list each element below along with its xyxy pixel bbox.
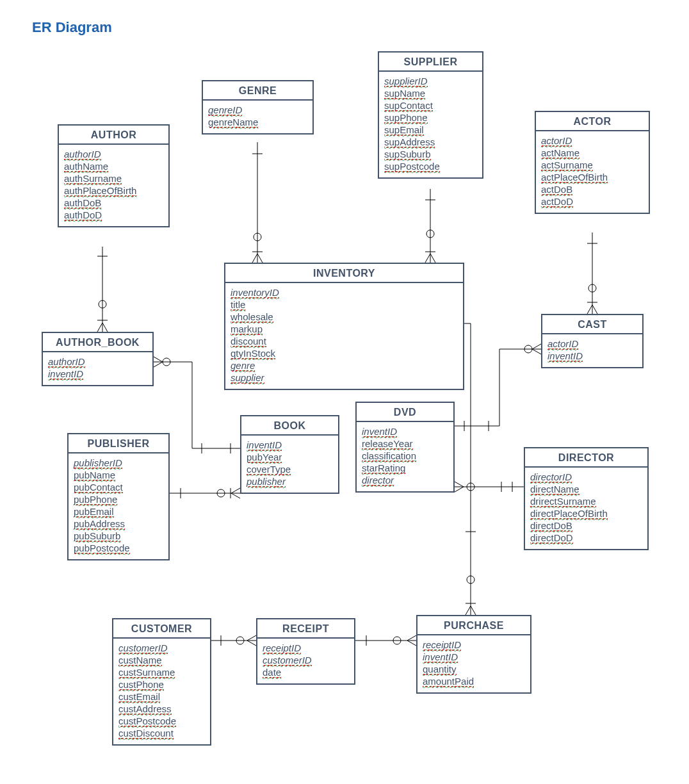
attribute: supPostcode [384,161,440,172]
svg-line-17 [252,254,257,263]
svg-line-10 [154,362,163,367]
entity-cast: CASTactorIDinventID [541,314,644,368]
attribute: qtyInStock [231,348,275,359]
entity-book: BOOKinventIDpubYearcoverTypepublisher [240,415,339,494]
attribute: authorID [64,149,101,160]
attribute: authDoD [64,209,102,221]
entity-header: INVENTORY [225,264,463,283]
attribute: custAddress [118,703,172,715]
svg-point-25 [426,230,434,238]
attribute: custPhone [118,679,164,690]
entity-header: ACTOR [536,112,649,131]
entity-customer: CUSTOMERcustomerIDcustNamecustSurnamecus… [112,618,211,746]
attribute: quantity [423,664,457,675]
attribute: pubName [74,470,115,481]
entity-dvd: DVDinventIDreleaseYearclassificationstar… [355,402,455,493]
attribute: pubAddress [74,518,125,530]
attribute: pubYear [247,452,282,463]
svg-point-11 [163,358,170,366]
attribute: customerID [118,642,168,654]
svg-point-49 [467,483,474,491]
entity-header: DIRECTOR [525,448,647,468]
attribute: inventID [247,439,282,451]
svg-line-4 [102,323,108,332]
attribute: actDoD [541,196,573,208]
attribute: supName [384,88,425,99]
attribute: receiptID [423,639,461,651]
attribute: genre [231,360,255,372]
attribute: date [263,667,281,678]
attribute: directName [530,484,580,495]
attribute: receiptID [263,642,301,654]
attribute: releaseYear [362,438,413,450]
attribute: authSurname [64,173,122,184]
svg-line-62 [247,641,256,646]
attribute: genreName [208,117,258,128]
attribute: authName [64,161,108,172]
entity-header: PUBLISHER [69,434,168,453]
entity-header: AUTHOR [59,126,168,145]
entity-header: GENRE [203,81,312,101]
attribute: custPostcode [118,715,176,727]
attribute: actSurname [541,159,593,171]
entity-supplier: SUPPLIERsupplierIDsupNamesupContactsupPh… [378,51,483,179]
attribute: supAddress [384,136,435,148]
svg-line-29 [587,305,592,314]
attribute: actPlaceOfBirth [541,172,608,183]
entity-publisher: PUBLISHERpublisherIDpubNamepubContactpub… [67,433,170,560]
attribute: supPhone [384,112,428,124]
attribute: title [231,299,245,311]
attribute: actDoB [541,184,572,195]
entity-header: CAST [542,315,642,334]
svg-line-24 [430,254,435,263]
entity-inventory: INVENTORYinventoryIDtitlewholesalemarkup… [224,263,464,390]
svg-point-31 [588,284,596,292]
entity-header: DVD [357,403,453,422]
svg-point-44 [217,489,225,497]
attribute: directorID [530,471,572,483]
attribute: supEmail [384,124,424,136]
attribute: wholesale [231,311,273,323]
entity-header: CUSTOMER [113,619,210,639]
attribute: directDoB [530,520,572,532]
svg-line-43 [231,493,240,498]
attribute: pubContact [74,482,123,493]
entity-author: AUTHORauthorIDauthNameauthSurnameauthPla… [58,124,170,227]
svg-line-67 [407,641,416,646]
svg-line-9 [154,357,163,362]
attribute: coverType [247,464,291,475]
svg-line-35 [532,344,541,349]
entity-director: DIRECTORdirectorIDdirectNamedrirectSurna… [524,447,649,550]
entity-actor: ACTORactorIDactNameactSurnameactPlaceOfB… [535,111,650,214]
svg-point-68 [393,637,401,644]
attribute: directPlaceOfBirth [530,508,608,519]
entity-header: BOOK [241,416,338,436]
entity-header: AUTHOR_BOOK [43,333,152,352]
attribute: actorID [547,338,578,350]
svg-line-56 [466,606,471,615]
attribute: authorID [48,356,85,368]
attribute: custEmail [118,691,160,703]
page-title: ER Diagram [32,19,112,36]
attribute: pubEmail [74,506,114,518]
attribute: authPlaceOfBirth [64,185,136,197]
svg-line-57 [471,606,476,615]
entity-purchase: PURCHASEreceiptIDinventIDquantityamountP… [416,615,531,694]
attribute: inventID [362,426,397,437]
svg-line-61 [247,635,256,641]
attribute: starRating [362,462,405,474]
svg-line-47 [455,482,464,487]
svg-point-37 [524,345,532,353]
attribute: director [362,475,394,486]
attribute: amountPaid [423,676,474,687]
entity-genre: GENREgenreIDgenreName [202,80,314,135]
attribute: authDoB [64,197,101,209]
svg-line-42 [231,488,240,493]
entity-receipt: RECEIPTreceiptIDcustomerIDdate [256,618,355,685]
attribute: inventID [48,368,83,380]
attribute: markup [231,323,263,335]
attribute: actName [541,147,580,159]
attribute: supContact [384,100,433,111]
attribute: custSurname [118,667,175,678]
attribute: inventoryID [231,287,279,298]
